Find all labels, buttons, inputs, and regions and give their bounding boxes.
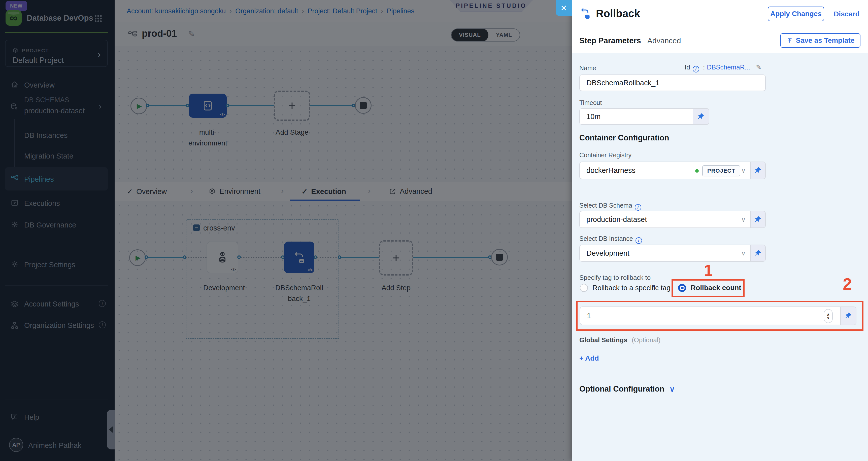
tab-advanced-panel[interactable]: Advanced xyxy=(647,36,681,45)
sidebar-divider-3 xyxy=(5,400,108,400)
timeout-input[interactable]: 10m xyxy=(579,108,693,125)
breadcrumb-sep-icon: › xyxy=(226,6,235,15)
schema-info-icon[interactable]: i xyxy=(635,204,641,210)
registry-select[interactable]: dockerHarness PROJECT ∨ xyxy=(579,162,751,179)
sidebar-item-overview[interactable]: Overview xyxy=(24,81,55,89)
tab-advanced[interactable]: Advanced xyxy=(389,187,432,196)
sidebar-item-user[interactable]: Animesh Pathak xyxy=(28,441,81,450)
tab-step-parameters[interactable]: Step Parameters xyxy=(579,36,641,45)
sidebar-item-help[interactable]: Help xyxy=(24,413,39,422)
instance-info-icon[interactable]: i xyxy=(636,237,642,244)
pin-icon xyxy=(754,167,762,174)
timeout-value: 10m xyxy=(586,112,600,121)
rollback-count-input[interactable]: 1 ∧ ∨ xyxy=(580,306,841,325)
global-settings-label: Global Settings (Optional) xyxy=(579,336,660,344)
add-stage-button[interactable]: + xyxy=(274,91,310,121)
minus-icon: − xyxy=(195,225,198,230)
toggle-visual[interactable]: VISUAL xyxy=(452,28,488,41)
project-chevron-icon[interactable]: › xyxy=(98,49,101,60)
sidebar-item-db-governance[interactable]: DB Governance xyxy=(24,221,76,229)
breadcrumb-project[interactable]: Project: Default Project xyxy=(308,7,377,15)
number-stepper[interactable]: ∧ ∨ xyxy=(824,309,833,323)
tab-execution-label: Execution xyxy=(311,188,346,196)
edit-pipeline-icon[interactable]: ✎ xyxy=(188,29,195,39)
module-grid-icon[interactable] xyxy=(94,14,103,23)
group-collapse-button[interactable]: − xyxy=(193,225,200,231)
sidebar-item-db-instances[interactable]: DB Instances xyxy=(24,131,67,140)
sidebar-item-executions[interactable]: Executions xyxy=(24,199,60,207)
home-icon xyxy=(10,80,19,89)
count-pin-button[interactable] xyxy=(841,306,857,325)
schemas-chevron-icon[interactable]: › xyxy=(99,101,101,111)
breadcrumb-org[interactable]: Organization: default xyxy=(235,7,298,15)
connector-status-dot xyxy=(695,169,699,173)
connector-dot xyxy=(314,255,317,259)
timeout-pin-button[interactable] xyxy=(693,108,709,125)
stage-label: multi-environment xyxy=(185,127,230,149)
connector-dotted xyxy=(314,257,339,258)
sidebar-item-org-settings[interactable]: Organization Settings xyxy=(24,321,94,330)
panel-content: Name Idi :DBSchemaR... ✎ DBSchemaRollbac… xyxy=(572,53,868,461)
apply-changes-button[interactable]: Apply Changes xyxy=(768,6,824,21)
sidebar-divider xyxy=(5,248,108,249)
edit-id-icon[interactable]: ✎ xyxy=(752,63,762,71)
org-settings-info-icon[interactable]: i xyxy=(99,321,106,328)
pin-icon xyxy=(754,250,762,257)
pipeline-name: prod-01 xyxy=(142,28,177,39)
schema-select[interactable]: production-dataset ∨ xyxy=(579,211,751,228)
tab-execution[interactable]: ✓Execution xyxy=(302,187,346,196)
tab-overview-label: Overview xyxy=(136,188,167,196)
add-step-label: Add Step xyxy=(379,282,413,293)
executions-icon xyxy=(10,199,19,207)
execution-canvas: ▶ − cross-env </> </> xyxy=(115,201,572,461)
connector xyxy=(310,105,355,106)
schema-chevron-icon[interactable]: ∨ xyxy=(741,216,746,224)
tab-overview[interactable]: ✓Overview xyxy=(127,187,167,196)
new-badge: NEW xyxy=(5,1,27,11)
id-info-icon[interactable]: i xyxy=(693,66,699,72)
step-node-dbschemarollback[interactable]: </> xyxy=(284,241,314,273)
expand-chevron-icon: ∨ xyxy=(670,385,675,394)
instance-label-text: Select DB Instance xyxy=(579,235,633,242)
discard-button[interactable]: Discard xyxy=(834,10,860,18)
stage-node-multi-environment[interactable]: </> xyxy=(189,94,227,118)
step-group-cross-env xyxy=(186,220,339,339)
instance-chevron-icon[interactable]: ∨ xyxy=(741,250,746,257)
instance-select[interactable]: Development ∨ xyxy=(579,244,751,262)
add-step-button[interactable]: + xyxy=(379,240,413,275)
save-as-template-button[interactable]: Save as Template xyxy=(780,33,861,48)
sidebar-item-migration-state[interactable]: Migration State xyxy=(24,152,73,160)
breadcrumb-pipelines[interactable]: Pipelines xyxy=(387,7,414,15)
stage-canvas: ▶ </> + multi-environment Add Sta xyxy=(115,47,572,182)
sidebar-collapse-handle[interactable] xyxy=(107,410,115,450)
registry-chevron-icon[interactable]: ∨ xyxy=(741,167,746,174)
stepper-down-icon[interactable]: ∨ xyxy=(827,316,830,319)
close-panel-button[interactable]: × xyxy=(556,0,572,16)
name-input[interactable]: DBSchemaRollback_1 xyxy=(579,74,766,91)
instance-pin-button[interactable] xyxy=(751,244,766,262)
org-settings-icon xyxy=(10,321,19,329)
step-label-development: Development xyxy=(203,282,242,293)
schema-pin-button[interactable] xyxy=(751,211,766,228)
account-settings-info-icon[interactable]: i xyxy=(99,300,106,307)
timeout-label: Timeout xyxy=(579,99,602,106)
step-node-development[interactable]: </> xyxy=(207,241,238,273)
radio-specific-tag[interactable]: Rollback to a specific tag xyxy=(580,284,671,292)
panel-tabs: Step Parameters Advanced Save as Templat… xyxy=(572,28,868,53)
code-badge: </> xyxy=(231,267,236,271)
optional-config-toggle[interactable]: Optional Configuration ∨ xyxy=(579,385,675,394)
connector xyxy=(146,257,186,258)
registry-pin-button[interactable] xyxy=(751,162,766,179)
tab-environment[interactable]: Environment xyxy=(208,187,260,196)
toggle-yaml[interactable]: YAML xyxy=(488,28,520,41)
container-config-heading: Container Configuration xyxy=(579,133,669,142)
breadcrumb-account[interactable]: Account: kurosakiichigo.songoku xyxy=(127,7,226,15)
add-global-setting-link[interactable]: + Add xyxy=(579,354,599,362)
pin-icon xyxy=(754,216,762,223)
collapse-arrow-icon xyxy=(109,426,113,433)
sidebar-item-db-schemas[interactable]: production-dataset xyxy=(24,107,85,115)
user-avatar[interactable]: AP xyxy=(9,438,23,452)
sidebar-item-account-settings[interactable]: Account Settings xyxy=(24,300,79,308)
sidebar-item-pipelines[interactable] xyxy=(5,167,108,191)
sidebar-item-project-settings[interactable]: Project Settings xyxy=(24,261,75,269)
